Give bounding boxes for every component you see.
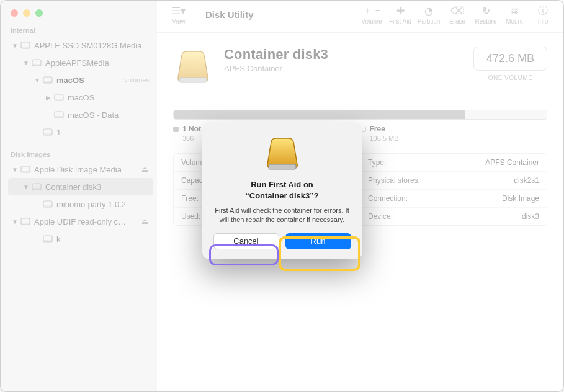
svg-rect-23 [269, 164, 296, 169]
first-aid-dialog: Run First Aid on“Container disk3”? First… [202, 122, 362, 259]
dialog-title: Run First Aid on“Container disk3”? [245, 179, 318, 201]
run-button[interactable]: Run [285, 233, 351, 249]
dialog-body: First Aid will check the container for e… [213, 206, 351, 225]
modal-overlay: Run First Aid on“Container disk3”? First… [1, 1, 563, 391]
disk-utility-window: Internal ▼APPLE SSD SM0128G Media▼AppleA… [0, 0, 564, 392]
first-aid-disk-icon [262, 133, 302, 173]
cancel-button[interactable]: Cancel [213, 233, 279, 249]
